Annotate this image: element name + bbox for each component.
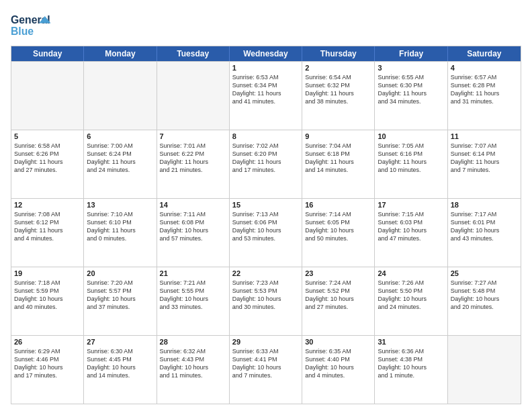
- day-number: 3: [378, 64, 444, 72]
- day-info: Sunrise: 7:07 AM Sunset: 6:14 PM Dayligh…: [451, 142, 518, 175]
- day-info: Sunrise: 7:05 AM Sunset: 6:16 PM Dayligh…: [378, 142, 444, 175]
- calendar-day-cell: 9Sunrise: 7:04 AM Sunset: 6:18 PM Daylig…: [302, 130, 375, 198]
- day-info: Sunrise: 6:35 AM Sunset: 4:40 PM Dayligh…: [305, 347, 371, 380]
- calendar-day-cell: 10Sunrise: 7:05 AM Sunset: 6:16 PM Dayli…: [375, 130, 447, 198]
- calendar-day-cell: 16Sunrise: 7:14 AM Sunset: 6:05 PM Dayli…: [302, 199, 375, 267]
- calendar-day-cell: 31Sunrise: 6:36 AM Sunset: 4:38 PM Dayli…: [375, 336, 447, 404]
- day-info: Sunrise: 7:08 AM Sunset: 6:12 PM Dayligh…: [14, 210, 81, 243]
- calendar-day-cell: 8Sunrise: 7:02 AM Sunset: 6:20 PM Daylig…: [230, 130, 302, 198]
- calendar-day-cell: 3Sunrise: 6:55 AM Sunset: 6:30 PM Daylig…: [375, 62, 447, 130]
- day-number: 19: [14, 269, 81, 277]
- day-number: 30: [305, 338, 371, 346]
- calendar-row: 12Sunrise: 7:08 AM Sunset: 6:12 PM Dayli…: [11, 198, 521, 267]
- weekday-header: Friday: [375, 46, 447, 61]
- calendar-body: 1Sunrise: 6:53 AM Sunset: 6:34 PM Daylig…: [11, 61, 521, 404]
- day-number: 21: [160, 269, 226, 277]
- weekday-header: Monday: [84, 46, 157, 61]
- day-info: Sunrise: 6:29 AM Sunset: 4:46 PM Dayligh…: [14, 347, 81, 380]
- day-number: 14: [160, 201, 226, 209]
- calendar-day-cell: 13Sunrise: 7:10 AM Sunset: 6:10 PM Dayli…: [84, 199, 157, 267]
- calendar-day-cell: 21Sunrise: 7:21 AM Sunset: 5:55 PM Dayli…: [157, 267, 230, 335]
- day-info: Sunrise: 7:00 AM Sunset: 6:24 PM Dayligh…: [87, 142, 153, 175]
- calendar-day-cell: 12Sunrise: 7:08 AM Sunset: 6:12 PM Dayli…: [11, 199, 84, 267]
- calendar-day-cell: 17Sunrise: 7:15 AM Sunset: 6:03 PM Dayli…: [375, 199, 447, 267]
- day-number: 8: [232, 132, 299, 140]
- calendar-empty-cell: [448, 336, 521, 404]
- day-info: Sunrise: 7:24 AM Sunset: 5:52 PM Dayligh…: [305, 279, 371, 312]
- calendar-day-cell: 24Sunrise: 7:26 AM Sunset: 5:50 PM Dayli…: [375, 267, 447, 335]
- day-info: Sunrise: 6:54 AM Sunset: 6:32 PM Dayligh…: [305, 73, 371, 106]
- day-number: 6: [87, 132, 153, 140]
- calendar-day-cell: 25Sunrise: 7:27 AM Sunset: 5:48 PM Dayli…: [448, 267, 521, 335]
- day-info: Sunrise: 6:55 AM Sunset: 6:30 PM Dayligh…: [378, 73, 444, 106]
- day-info: Sunrise: 7:23 AM Sunset: 5:53 PM Dayligh…: [232, 279, 299, 312]
- day-number: 2: [305, 64, 371, 72]
- day-info: Sunrise: 7:18 AM Sunset: 5:59 PM Dayligh…: [14, 279, 81, 312]
- calendar-row: 5Sunrise: 6:58 AM Sunset: 6:26 PM Daylig…: [11, 130, 521, 198]
- day-info: Sunrise: 7:17 AM Sunset: 6:01 PM Dayligh…: [451, 210, 518, 243]
- day-number: 5: [14, 132, 81, 140]
- day-info: Sunrise: 7:02 AM Sunset: 6:20 PM Dayligh…: [232, 142, 299, 175]
- day-info: Sunrise: 7:13 AM Sunset: 6:06 PM Dayligh…: [232, 210, 299, 243]
- weekday-header: Thursday: [302, 46, 375, 61]
- day-number: 31: [378, 338, 444, 346]
- calendar-day-cell: 19Sunrise: 7:18 AM Sunset: 5:59 PM Dayli…: [11, 267, 84, 335]
- day-info: Sunrise: 7:27 AM Sunset: 5:48 PM Dayligh…: [451, 279, 518, 312]
- calendar-day-cell: 27Sunrise: 6:30 AM Sunset: 4:45 PM Dayli…: [84, 336, 157, 404]
- calendar-day-cell: 22Sunrise: 7:23 AM Sunset: 5:53 PM Dayli…: [230, 267, 302, 335]
- logo-icon: GeneralBlue: [11, 11, 58, 40]
- day-info: Sunrise: 7:21 AM Sunset: 5:55 PM Dayligh…: [160, 279, 226, 312]
- calendar-day-cell: 26Sunrise: 6:29 AM Sunset: 4:46 PM Dayli…: [11, 336, 84, 404]
- calendar-row: 26Sunrise: 6:29 AM Sunset: 4:46 PM Dayli…: [11, 335, 521, 404]
- calendar-day-cell: 28Sunrise: 6:32 AM Sunset: 4:43 PM Dayli…: [157, 336, 230, 404]
- header: GeneralBlue: [11, 11, 521, 40]
- calendar-day-cell: 4Sunrise: 6:57 AM Sunset: 6:28 PM Daylig…: [448, 62, 521, 130]
- day-number: 24: [378, 269, 444, 277]
- day-info: Sunrise: 6:58 AM Sunset: 6:26 PM Dayligh…: [14, 142, 81, 175]
- calendar-day-cell: 5Sunrise: 6:58 AM Sunset: 6:26 PM Daylig…: [11, 130, 84, 198]
- day-info: Sunrise: 6:36 AM Sunset: 4:38 PM Dayligh…: [378, 347, 444, 380]
- day-info: Sunrise: 6:57 AM Sunset: 6:28 PM Dayligh…: [451, 73, 518, 106]
- day-number: 22: [232, 269, 299, 277]
- day-number: 25: [451, 269, 518, 277]
- day-info: Sunrise: 7:01 AM Sunset: 6:22 PM Dayligh…: [160, 142, 226, 175]
- calendar-day-cell: 11Sunrise: 7:07 AM Sunset: 6:14 PM Dayli…: [448, 130, 521, 198]
- day-number: 7: [160, 132, 226, 140]
- weekday-header: Sunday: [11, 46, 84, 61]
- day-number: 4: [451, 64, 518, 72]
- day-number: 27: [87, 338, 153, 346]
- day-number: 12: [14, 201, 81, 209]
- day-info: Sunrise: 6:53 AM Sunset: 6:34 PM Dayligh…: [232, 73, 299, 106]
- calendar-day-cell: 29Sunrise: 6:33 AM Sunset: 4:41 PM Dayli…: [230, 336, 302, 404]
- calendar-day-cell: 18Sunrise: 7:17 AM Sunset: 6:01 PM Dayli…: [448, 199, 521, 267]
- logo: GeneralBlue: [11, 11, 58, 40]
- calendar-day-cell: 15Sunrise: 7:13 AM Sunset: 6:06 PM Dayli…: [230, 199, 302, 267]
- day-number: 13: [87, 201, 153, 209]
- day-number: 15: [232, 201, 299, 209]
- calendar-day-cell: 7Sunrise: 7:01 AM Sunset: 6:22 PM Daylig…: [157, 130, 230, 198]
- calendar-empty-cell: [84, 62, 157, 130]
- day-info: Sunrise: 7:10 AM Sunset: 6:10 PM Dayligh…: [87, 210, 153, 243]
- day-number: 1: [232, 64, 299, 72]
- day-number: 23: [305, 269, 371, 277]
- day-info: Sunrise: 7:15 AM Sunset: 6:03 PM Dayligh…: [378, 210, 444, 243]
- day-number: 9: [305, 132, 371, 140]
- day-info: Sunrise: 7:20 AM Sunset: 5:57 PM Dayligh…: [87, 279, 153, 312]
- day-info: Sunrise: 6:32 AM Sunset: 4:43 PM Dayligh…: [160, 347, 226, 380]
- calendar-empty-cell: [157, 62, 230, 130]
- weekday-header: Tuesday: [157, 46, 230, 61]
- day-number: 11: [451, 132, 518, 140]
- calendar-day-cell: 20Sunrise: 7:20 AM Sunset: 5:57 PM Dayli…: [84, 267, 157, 335]
- calendar-row: 1Sunrise: 6:53 AM Sunset: 6:34 PM Daylig…: [11, 61, 521, 130]
- calendar-day-cell: 1Sunrise: 6:53 AM Sunset: 6:34 PM Daylig…: [230, 62, 302, 130]
- day-info: Sunrise: 6:33 AM Sunset: 4:41 PM Dayligh…: [232, 347, 299, 380]
- day-number: 20: [87, 269, 153, 277]
- page: GeneralBlue SundayMondayTuesdayWednesday…: [0, 0, 532, 411]
- calendar-day-cell: 23Sunrise: 7:24 AM Sunset: 5:52 PM Dayli…: [302, 267, 375, 335]
- calendar-day-cell: 6Sunrise: 7:00 AM Sunset: 6:24 PM Daylig…: [84, 130, 157, 198]
- weekday-header: Saturday: [448, 46, 521, 61]
- calendar-header: SundayMondayTuesdayWednesdayThursdayFrid…: [11, 46, 521, 61]
- day-number: 16: [305, 201, 371, 209]
- day-number: 17: [378, 201, 444, 209]
- svg-text:Blue: Blue: [11, 26, 34, 37]
